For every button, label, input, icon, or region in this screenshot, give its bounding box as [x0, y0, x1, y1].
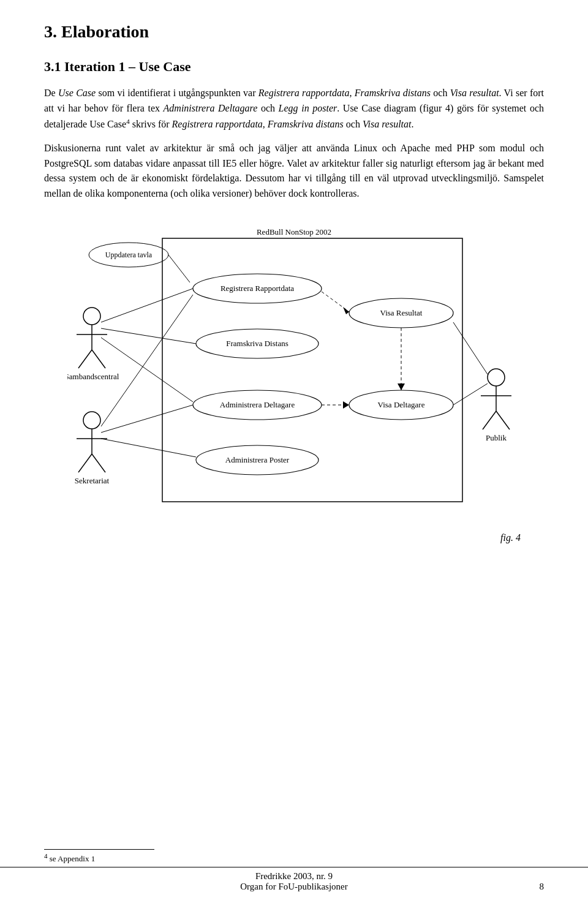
footnote-text: 4 se Appendix 1 [44, 852, 544, 864]
svg-point-17 [488, 369, 505, 386]
svg-marker-46 [343, 401, 349, 409]
footer: Fredrikke 2003, nr. 9 Organ for FoU-publ… [0, 867, 588, 892]
svg-marker-44 [398, 383, 405, 390]
svg-line-9 [92, 350, 105, 368]
svg-line-20 [483, 411, 496, 429]
footnote-divider [44, 849, 154, 850]
page: 3. Elaboration 3.1 Iteration 1 – Use Cas… [0, 0, 588, 903]
svg-point-5 [83, 308, 100, 325]
svg-line-48 [453, 383, 488, 405]
footer-line1: Fredrikke 2003, nr. 9 [69, 871, 519, 882]
uml-diagram: RedBull NonStop 2002 Uppdatera tavla Sam… [67, 221, 521, 527]
svg-line-37 [101, 338, 193, 402]
svg-line-35 [101, 289, 193, 322]
footer-line2: Organ for FoU-publikasjoner [69, 882, 519, 892]
svg-line-21 [496, 411, 510, 429]
svg-line-39 [101, 405, 193, 433]
svg-line-47 [453, 322, 488, 374]
svg-text:Visa Deltagare: Visa Deltagare [378, 400, 425, 409]
svg-line-38 [101, 295, 193, 426]
svg-marker-42 [343, 307, 349, 314]
svg-line-4 [168, 255, 190, 282]
svg-text:RedBull NonStop 2002: RedBull NonStop 2002 [257, 227, 331, 236]
svg-text:Publik: Publik [486, 433, 507, 442]
paragraph-2: Diskusionerna runt valet av arkitektur ä… [44, 141, 544, 202]
uml-diagram-container: RedBull NonStop 2002 Uppdatera tavla Sam… [67, 221, 521, 543]
svg-line-14 [78, 454, 92, 472]
svg-line-40 [101, 439, 196, 457]
fig-label: fig. 4 [67, 532, 521, 543]
paragraph-1: De Use Case som vi identifierat i utgång… [44, 86, 544, 132]
svg-text:Administrera Poster: Administrera Poster [225, 455, 290, 464]
footnote-section: 4 se Appendix 1 [44, 849, 544, 864]
svg-text:Registrera Rapportdata: Registrera Rapportdata [221, 284, 294, 293]
footer-page-number: 8 [519, 882, 544, 892]
svg-line-15 [92, 454, 105, 472]
footnote-ref: 4 [44, 852, 48, 860]
svg-text:Sekretariat: Sekretariat [75, 476, 110, 485]
svg-line-8 [78, 350, 92, 368]
svg-text:Visa Resultat: Visa Resultat [380, 308, 423, 317]
svg-text:Framskriva Distans: Framskriva Distans [226, 339, 288, 348]
footer-center: Fredrikke 2003, nr. 9 Organ for FoU-publ… [69, 871, 519, 892]
svg-text:Sambandscentral: Sambandscentral [67, 372, 119, 381]
svg-line-36 [101, 328, 196, 344]
svg-point-11 [83, 412, 100, 429]
chapter-title: 3. Elaboration [44, 22, 544, 42]
section-title: 3.1 Iteration 1 – Use Case [44, 59, 544, 75]
svg-rect-0 [162, 238, 462, 502]
svg-text:Administrera Deltagare: Administrera Deltagare [220, 400, 295, 409]
svg-text:Uppdatera tavla: Uppdatera tavla [105, 251, 153, 259]
